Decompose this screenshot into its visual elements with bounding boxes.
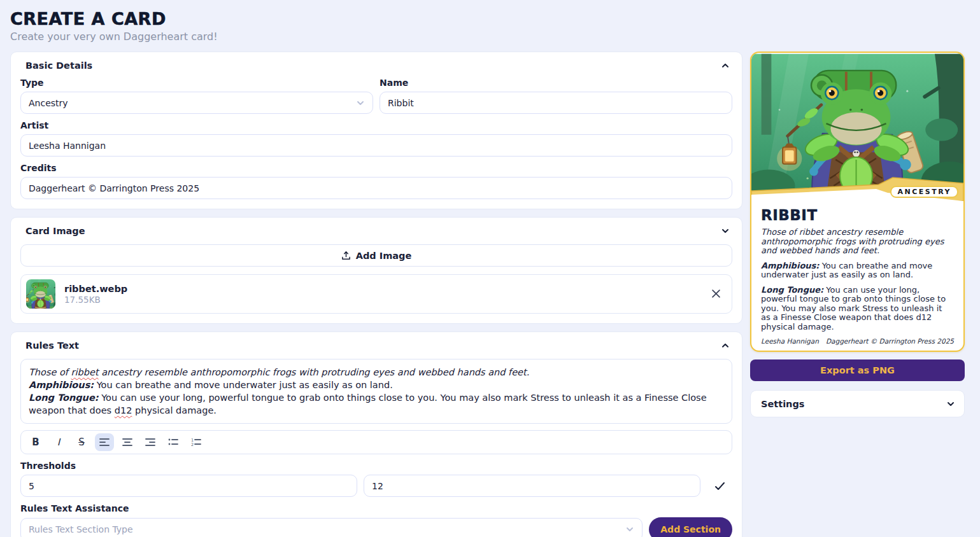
file-size: 17.55KB [64, 295, 700, 305]
artist-input[interactable] [20, 134, 732, 157]
rules-text-assistance-label: Rules Text Assistance [20, 503, 732, 513]
page-header: CREATE A CARD Create your very own Dagge… [10, 9, 967, 43]
rules-text-collapse-button[interactable] [718, 340, 732, 351]
check-icon[interactable] [714, 482, 725, 491]
section-type-select[interactable]: Rules Text Section Type [20, 518, 643, 537]
section-type-placeholder: Rules Text Section Type [29, 524, 133, 534]
page-title: CREATE A CARD [10, 9, 967, 29]
artist-label: Artist [20, 120, 732, 130]
thresholds-label: Thresholds [20, 461, 732, 471]
basic-details-collapse-button[interactable] [718, 60, 732, 71]
card-image-collapse-button[interactable] [718, 225, 732, 237]
card-image-panel: Card Image Add Image ribbet.webp 17.55 [10, 217, 742, 324]
amphibious-term: Amphibious: [29, 380, 94, 390]
long-tongue-misspelled-word: d12 [115, 405, 132, 415]
card-art: ANCESTRY [751, 53, 963, 201]
editor-toolbar: B I S 12 [20, 430, 732, 454]
bold-button[interactable]: B [26, 433, 45, 451]
rules-text-editor[interactable]: Those of ribbet ancestry resemble anthro… [20, 359, 732, 424]
export-png-button[interactable]: Export as PNG [750, 359, 965, 381]
remove-file-button[interactable] [709, 286, 723, 302]
create-card-page: CREATE A CARD Create your very own Dagge… [0, 0, 980, 537]
uploaded-file-row: ribbet.webp 17.55KB [20, 274, 732, 314]
align-center-icon [122, 438, 132, 447]
type-select[interactable]: Ancestry [20, 92, 373, 114]
amphibious-text: You can breathe and move underwater just… [94, 380, 393, 390]
rules-text-panel: Rules Text Those of ribbet ancestry rese… [10, 331, 742, 537]
add-image-button[interactable]: Add Image [20, 244, 732, 267]
settings-label: Settings [761, 399, 804, 409]
flavor-misspelled-word: ribbet [71, 367, 99, 377]
editor-long-tongue-line: Long Tongue: You can use your long, powe… [29, 391, 724, 417]
chevron-down-icon [721, 227, 730, 235]
flavor-post: ancestry resemble anthropomorphic frogs … [99, 367, 530, 377]
long-tongue-text-post: physical damage. [132, 405, 217, 415]
strikethrough-button[interactable]: S [72, 433, 91, 451]
card-copyright: Daggerheart © Darrington Press 2025 [826, 337, 954, 345]
align-right-button[interactable] [141, 433, 160, 451]
card-section-amphibious: Amphibious: You can breathe and move und… [761, 262, 954, 280]
flavor-pre: Those of [29, 367, 71, 377]
card-artist-credit: Leesha Hannigan [761, 337, 819, 345]
name-label: Name [380, 78, 732, 88]
long-tongue-term: Long Tongue: [29, 393, 99, 403]
card-image-title: Card Image [25, 226, 85, 236]
basic-details-panel: Basic Details Type Ancestry Name [10, 52, 742, 209]
name-input[interactable] [380, 92, 732, 114]
upload-icon [341, 251, 351, 260]
chevron-up-icon [721, 341, 730, 350]
card-body: RIBBIT Those of ribbet ancestry resemble… [751, 201, 963, 351]
file-thumbnail [26, 279, 55, 309]
credits-label: Credits [20, 163, 732, 173]
ordered-list-button[interactable]: 12 [187, 433, 206, 451]
add-section-button[interactable]: Add Section [649, 517, 732, 537]
file-name: ribbet.webp [64, 284, 700, 294]
card-type-badge: ANCESTRY [890, 186, 958, 198]
align-left-button[interactable] [95, 433, 114, 451]
align-center-button[interactable] [118, 433, 137, 451]
chevron-up-icon [721, 61, 730, 70]
chevron-down-icon [946, 400, 955, 408]
threshold-2-input[interactable] [364, 475, 700, 497]
type-label: Type [20, 78, 373, 88]
basic-details-title: Basic Details [25, 60, 92, 71]
editor-flavor-line: Those of ribbet ancestry resemble anthro… [29, 366, 724, 379]
align-right-icon [145, 438, 155, 447]
credits-input[interactable] [20, 177, 732, 199]
close-icon [712, 289, 720, 298]
editor-amphibious-line: Amphibious: You can breathe and move und… [29, 379, 724, 391]
threshold-1-input[interactable] [20, 475, 357, 497]
card-section-long-tongue: Long Tongue: You can use your long, powe… [761, 286, 954, 332]
add-image-label: Add Image [356, 251, 412, 261]
align-left-icon [99, 438, 110, 447]
card-flavor-text: Those of ribbet ancestry resemble anthro… [761, 228, 954, 256]
chevron-down-icon [356, 99, 365, 108]
page-subtitle: Create your very own Daggerheart card! [10, 31, 967, 43]
bullet-list-button[interactable] [164, 433, 183, 451]
chevron-down-icon [625, 525, 634, 534]
type-select-value: Ancestry [29, 98, 68, 108]
italic-button[interactable]: I [49, 433, 68, 451]
settings-panel[interactable]: Settings [750, 390, 965, 417]
card-title: RIBBIT [761, 207, 954, 223]
card-preview: ANCESTRY RIBBIT Those of ribbet ancestry… [750, 52, 965, 352]
rules-text-title: Rules Text [25, 340, 79, 351]
svg-text:2: 2 [191, 442, 194, 447]
ordered-list-icon: 12 [191, 438, 201, 447]
bullet-list-icon [168, 438, 178, 447]
